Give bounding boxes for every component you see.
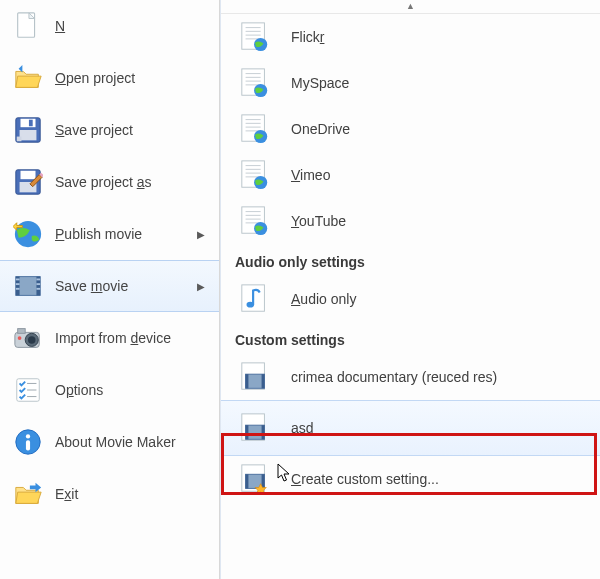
menu-options[interactable]: Options [0,364,219,416]
save-movie-submenu: ▲ Flickr MySpace OneDrive Vimeo YouTube … [220,0,600,579]
submenu-label: asd [291,420,314,436]
submenu-label: Vimeo [291,167,330,183]
menu-label: Save project as [55,174,209,190]
svg-rect-67 [262,374,265,388]
menu-label: Exit [55,486,209,502]
publish-globe-icon [13,219,43,249]
submenu-myspace[interactable]: MySpace [221,60,600,106]
svg-point-30 [26,434,30,438]
submenu-audio-only[interactable]: Audio only [221,276,600,322]
movie-document-icon [239,361,271,393]
folder-open-icon [13,63,43,93]
menu-publish-movie[interactable]: Publish movie ▶ [0,208,219,260]
submenu-label: YouTube [291,213,346,229]
submenu-label: crimea documentary (reuced res) [291,369,497,385]
movie-document-icon [239,412,271,444]
web-document-icon [239,21,271,53]
submenu-label: MySpace [291,75,349,91]
menu-label: N [55,18,209,34]
svg-rect-4 [29,120,33,127]
svg-rect-66 [246,374,249,388]
svg-rect-14 [16,279,20,281]
svg-rect-19 [36,288,40,290]
submenu-arrow-icon: ▶ [197,229,209,240]
svg-rect-15 [16,283,20,285]
new-document-icon [13,11,43,41]
submenu-arrow-icon: ▶ [197,281,209,292]
submenu-label: Flickr [291,29,324,45]
web-document-icon [239,113,271,145]
menu-label: Save project [55,122,209,138]
svg-rect-71 [262,425,265,439]
options-checklist-icon [13,375,43,405]
submenu-create-custom[interactable]: Create custom setting... [221,456,600,502]
submenu-onedrive[interactable]: OneDrive [221,106,600,152]
menu-label: About Movie Maker [55,434,209,450]
svg-rect-16 [16,288,20,290]
menu-save-project[interactable]: Save project [0,104,219,156]
section-header-custom: Custom settings [221,322,600,354]
svg-rect-3 [21,119,36,127]
submenu-vimeo[interactable]: Vimeo [221,152,600,198]
camera-icon [13,323,43,353]
svg-rect-5 [20,130,37,140]
menu-save-movie[interactable]: Save movie ▶ [0,260,219,312]
save-as-icon [13,167,43,197]
svg-rect-23 [18,329,26,334]
submenu-label: OneDrive [291,121,350,137]
web-document-icon [239,67,271,99]
svg-rect-8 [21,171,36,179]
menu-import-from-device[interactable]: Import from device [0,312,219,364]
movie-document-star-icon [239,463,271,495]
menu-label: Import from device [55,330,209,346]
menu-label: Publish movie [55,226,197,242]
submenu-flickr[interactable]: Flickr [221,14,600,60]
file-menu-left: N Open project Save project Save project… [0,0,220,579]
svg-rect-70 [246,425,249,439]
menu-label: Save movie [55,278,197,294]
submenu-label: Create custom setting... [291,471,439,487]
svg-rect-6 [17,137,22,142]
web-document-icon [239,159,271,191]
exit-folder-icon [13,479,43,509]
menu-label: Open project [55,70,209,86]
save-icon [13,115,43,145]
svg-rect-31 [26,440,30,450]
info-icon [13,427,43,457]
submenu-custom-preset-selected[interactable]: asd [221,400,600,456]
svg-rect-74 [246,474,249,488]
menu-exit[interactable]: Exit [0,468,219,520]
svg-rect-18 [36,283,40,285]
web-document-icon [239,205,271,237]
menu-label: Options [55,382,209,398]
scroll-up-button[interactable]: ▲ [221,0,600,14]
submenu-custom-preset[interactable]: crimea documentary (reuced res) [221,354,600,400]
svg-point-22 [28,336,36,344]
section-header-audio: Audio only settings [221,244,600,276]
menu-open-project[interactable]: Open project [0,52,219,104]
submenu-label: Audio only [291,291,356,307]
audio-note-icon [239,283,271,315]
submenu-youtube[interactable]: YouTube [221,198,600,244]
menu-save-project-as[interactable]: Save project as [0,156,219,208]
menu-about[interactable]: About Movie Maker [0,416,219,468]
menu-new-project[interactable]: N [0,0,219,52]
movie-film-icon [13,271,43,301]
svg-point-24 [18,336,22,340]
svg-rect-17 [36,279,40,281]
